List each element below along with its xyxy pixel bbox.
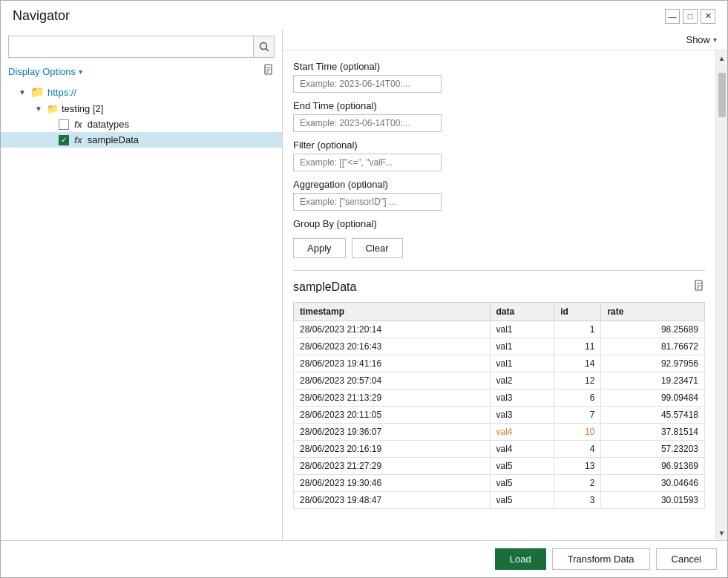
maximize-button[interactable]: □ <box>683 9 698 24</box>
scroll-down-button[interactable]: ▼ <box>716 525 728 540</box>
aggregation-input[interactable] <box>293 193 442 211</box>
scroll-track <box>716 65 727 525</box>
right-top-bar: Show ▾ <box>283 30 727 50</box>
tree-item-datatypes[interactable]: fx datatypes <box>1 116 282 132</box>
transform-button[interactable]: Transform Data <box>552 548 650 570</box>
form-buttons: Apply Clear <box>293 238 705 258</box>
tree-checkbox-datatypes[interactable] <box>59 119 69 130</box>
col-timestamp: timestamp <box>294 303 491 321</box>
end-time-label: End Time (optional) <box>293 100 705 111</box>
table-row: 28/06/2023 20:16:19val4457.23203 <box>294 441 705 458</box>
cell-rate: 92.97956 <box>601 355 705 372</box>
svg-line-1 <box>266 49 269 52</box>
cell-timestamp: 28/06/2023 20:57:04 <box>294 372 491 390</box>
search-icon <box>259 42 269 52</box>
cell-id: 4 <box>554 441 601 458</box>
aggregation-section: Aggregation (optional) <box>293 179 705 211</box>
cell-data: val1 <box>490 321 554 338</box>
window-controls: — □ ✕ <box>665 9 715 24</box>
table-nav-button[interactable] <box>693 280 705 295</box>
search-button[interactable] <box>253 36 274 57</box>
tree-item-root[interactable]: ▼ 📁 https:// <box>1 83 282 101</box>
cell-data: val1 <box>490 338 554 355</box>
chevron-down-icon: ▾ <box>79 68 82 76</box>
table-row: 28/06/2023 21:13:29val3699.09484 <box>294 390 705 407</box>
minimize-button[interactable]: — <box>665 9 680 24</box>
show-button[interactable]: Show ▾ <box>686 34 717 45</box>
cell-id: 13 <box>554 458 601 475</box>
tree-item-testing[interactable]: ▼ 📁 testing [2] <box>1 101 282 116</box>
cell-rate: 19.23471 <box>601 372 705 390</box>
table-row: 28/06/2023 19:30:46val5230.04646 <box>294 475 705 492</box>
table-row: 28/06/2023 21:27:29val51396.91369 <box>294 458 705 475</box>
table-row: 28/06/2023 19:48:47val5330.01593 <box>294 492 705 509</box>
right-scroll-content: Start Time (optional) End Time (optional… <box>283 50 715 540</box>
document-nav-icon <box>693 280 705 292</box>
table-title-row: sampleData <box>293 280 705 295</box>
tree-area: ▼ 📁 https:// ▼ 📁 testing [2] fx datatype… <box>1 83 282 540</box>
end-time-section: End Time (optional) <box>293 100 705 132</box>
start-time-input[interactable] <box>293 75 442 93</box>
cell-rate: 57.23203 <box>601 441 705 458</box>
clear-button[interactable]: Clear <box>352 238 403 258</box>
table-body: 28/06/2023 21:20:14val1198.2568928/06/20… <box>294 321 705 509</box>
filter-input[interactable] <box>293 154 442 171</box>
table-row: 28/06/2023 20:16:43val11181.76672 <box>294 338 705 355</box>
cell-id: 1 <box>554 321 601 338</box>
tree-checkbox-sampledata[interactable] <box>59 135 69 145</box>
filter-section: Filter (optional) <box>293 139 705 171</box>
aggregation-label: Aggregation (optional) <box>293 179 705 190</box>
col-id: id <box>554 303 601 321</box>
table-row: 28/06/2023 21:20:14val1198.25689 <box>294 321 705 338</box>
cell-timestamp: 28/06/2023 20:16:19 <box>294 441 491 458</box>
cell-rate: 37.81514 <box>601 424 705 441</box>
end-time-input[interactable] <box>293 114 442 132</box>
scroll-up-button[interactable]: ▲ <box>716 50 728 65</box>
load-button[interactable]: Load <box>495 548 546 570</box>
filter-label: Filter (optional) <box>293 139 705 151</box>
divider <box>293 270 705 271</box>
cell-data: val3 <box>490 407 554 424</box>
cell-timestamp: 28/06/2023 19:48:47 <box>294 492 491 509</box>
tree-item-label: sampleData <box>88 134 139 145</box>
tree-item-sampledata[interactable]: fx sampleData <box>1 132 282 148</box>
nav-icon-button[interactable] <box>263 64 275 79</box>
table-section: sampleData <box>293 277 705 509</box>
cell-data: val5 <box>490 492 554 509</box>
cell-id: 6 <box>554 390 601 407</box>
chevron-down-icon: ▾ <box>713 36 717 44</box>
cell-timestamp: 28/06/2023 19:36:07 <box>294 424 491 441</box>
function-icon: fx <box>72 135 85 145</box>
cell-data: val1 <box>490 355 554 372</box>
right-scroll-area: Start Time (optional) End Time (optional… <box>283 50 727 540</box>
close-button[interactable]: ✕ <box>701 9 715 24</box>
cell-rate: 99.09484 <box>601 390 705 407</box>
table-row: 28/06/2023 19:41:16val11492.97956 <box>294 355 705 372</box>
folder-icon: 📁 <box>30 85 45 99</box>
scroll-thumb[interactable] <box>718 73 726 117</box>
cell-id: 7 <box>554 407 601 424</box>
left-panel: Display Options ▾ ▼ 📁 http <box>1 30 283 540</box>
cell-rate: 96.91369 <box>601 458 705 475</box>
cancel-button[interactable]: Cancel <box>656 548 717 570</box>
cell-id: 10 <box>554 424 601 441</box>
col-rate: rate <box>601 303 705 321</box>
cell-data: val5 <box>490 475 554 492</box>
cell-data: val2 <box>490 372 554 390</box>
cell-id: 14 <box>554 355 601 372</box>
cell-rate: 30.04646 <box>601 475 705 492</box>
cell-rate: 30.01593 <box>601 492 705 509</box>
table-row: 28/06/2023 20:57:04val21219.23471 <box>294 372 705 390</box>
group-by-label: Group By (optional) <box>293 218 705 229</box>
cell-rate: 81.76672 <box>601 338 705 355</box>
document-icon <box>263 64 275 76</box>
search-input[interactable] <box>9 39 253 56</box>
svg-point-0 <box>260 43 266 50</box>
start-time-label: Start Time (optional) <box>293 61 705 72</box>
cell-timestamp: 28/06/2023 20:16:43 <box>294 338 491 355</box>
display-options-button[interactable]: Display Options ▾ <box>8 66 82 77</box>
tree-toggle-icon: ▼ <box>33 105 44 113</box>
col-data: data <box>490 303 554 321</box>
apply-button[interactable]: Apply <box>293 238 346 258</box>
start-time-section: Start Time (optional) <box>293 61 705 93</box>
